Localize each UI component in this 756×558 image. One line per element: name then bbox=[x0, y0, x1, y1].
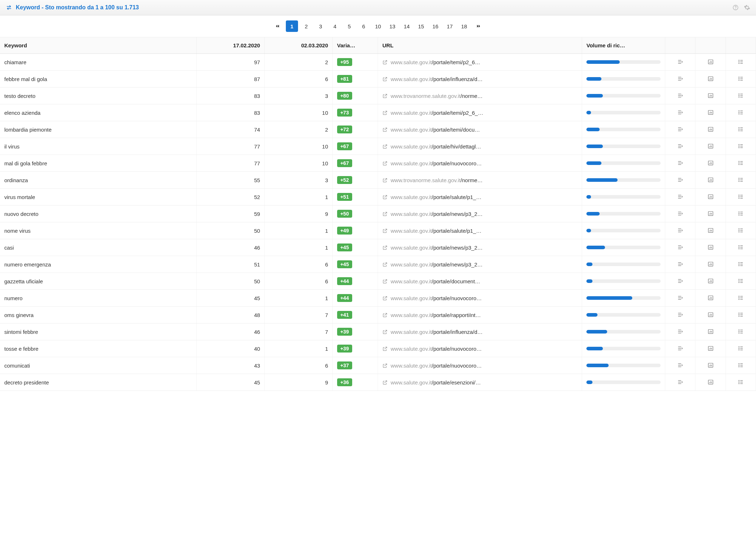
cell-action-serp[interactable] bbox=[665, 88, 695, 104]
cell-keyword[interactable]: nuovo decreto bbox=[0, 205, 197, 222]
cell-url[interactable]: www.trovanorme.salute.gov.it/norme… bbox=[378, 172, 582, 189]
external-link-icon[interactable] bbox=[382, 346, 388, 351]
external-link-icon[interactable] bbox=[382, 363, 388, 368]
external-link-icon[interactable] bbox=[382, 60, 388, 65]
cell-action-chart[interactable] bbox=[695, 138, 726, 155]
col-keyword[interactable]: Keyword bbox=[0, 37, 197, 54]
external-link-icon[interactable] bbox=[382, 144, 388, 149]
col-date1[interactable]: 17.02.2020 bbox=[197, 37, 265, 54]
cell-action-serp[interactable] bbox=[665, 290, 695, 307]
cell-action-chart[interactable] bbox=[695, 256, 726, 273]
page-4[interactable]: 4 bbox=[329, 20, 341, 32]
external-link-icon[interactable] bbox=[382, 211, 388, 217]
external-link-icon[interactable] bbox=[382, 228, 388, 233]
cell-keyword[interactable]: mal di gola febbre bbox=[0, 155, 197, 172]
cell-keyword[interactable]: numero emergenza bbox=[0, 256, 197, 273]
gear-icon[interactable] bbox=[744, 4, 750, 11]
cell-action-list[interactable] bbox=[726, 121, 756, 138]
cell-action-list[interactable] bbox=[726, 273, 756, 290]
cell-url[interactable]: www.salute.gov.it/portale/temi/docu… bbox=[378, 121, 582, 138]
cell-action-list[interactable] bbox=[726, 290, 756, 307]
cell-url[interactable]: www.salute.gov.it/portale/nuovocoro… bbox=[378, 155, 582, 172]
cell-action-serp[interactable] bbox=[665, 54, 695, 71]
external-link-icon[interactable] bbox=[382, 161, 388, 166]
cell-action-chart[interactable] bbox=[695, 323, 726, 340]
cell-keyword[interactable]: oms ginevra bbox=[0, 307, 197, 323]
cell-action-list[interactable] bbox=[726, 256, 756, 273]
cell-action-chart[interactable] bbox=[695, 121, 726, 138]
cell-url[interactable]: www.salute.gov.it/portale/document… bbox=[378, 273, 582, 290]
cell-keyword[interactable]: testo decreto bbox=[0, 88, 197, 104]
page-6[interactable]: 6 bbox=[358, 20, 370, 32]
cell-keyword[interactable]: elenco azienda bbox=[0, 104, 197, 121]
cell-action-list[interactable] bbox=[726, 71, 756, 88]
external-link-icon[interactable] bbox=[382, 76, 388, 82]
page-3[interactable]: 3 bbox=[315, 20, 327, 32]
cell-keyword[interactable]: il virus bbox=[0, 138, 197, 155]
cell-action-chart[interactable] bbox=[695, 374, 726, 391]
cell-action-serp[interactable] bbox=[665, 222, 695, 239]
cell-keyword[interactable]: decreto presidente bbox=[0, 374, 197, 391]
col-date2[interactable]: 02.03.2020 bbox=[265, 37, 333, 54]
cell-action-list[interactable] bbox=[726, 323, 756, 340]
cell-keyword[interactable]: ordinanza bbox=[0, 172, 197, 189]
cell-url[interactable]: www.salute.gov.it/portale/hiv/dettagl… bbox=[378, 138, 582, 155]
cell-action-chart[interactable] bbox=[695, 290, 726, 307]
cell-action-serp[interactable] bbox=[665, 71, 695, 88]
cell-action-serp[interactable] bbox=[665, 104, 695, 121]
cell-action-chart[interactable] bbox=[695, 104, 726, 121]
cell-action-serp[interactable] bbox=[665, 323, 695, 340]
cell-url[interactable]: www.salute.gov.it/portale/salute/p1_… bbox=[378, 189, 582, 205]
cell-action-chart[interactable] bbox=[695, 273, 726, 290]
cell-action-chart[interactable] bbox=[695, 222, 726, 239]
page-15[interactable]: 15 bbox=[415, 20, 427, 32]
col-url[interactable]: URL bbox=[378, 37, 582, 54]
cell-action-list[interactable] bbox=[726, 374, 756, 391]
external-link-icon[interactable] bbox=[382, 245, 388, 250]
cell-keyword[interactable]: nome virus bbox=[0, 222, 197, 239]
cell-action-list[interactable] bbox=[726, 189, 756, 205]
cell-url[interactable]: www.salute.gov.it/portale/news/p3_2… bbox=[378, 205, 582, 222]
cell-action-serp[interactable] bbox=[665, 121, 695, 138]
cell-keyword[interactable]: chiamare bbox=[0, 54, 197, 71]
cell-url[interactable]: www.salute.gov.it/portale/temi/p2_6… bbox=[378, 54, 582, 71]
page-13[interactable]: 13 bbox=[386, 20, 398, 32]
page-17[interactable]: 17 bbox=[444, 20, 456, 32]
cell-action-list[interactable] bbox=[726, 54, 756, 71]
external-link-icon[interactable] bbox=[382, 194, 388, 200]
cell-keyword[interactable]: gazzetta uficiale bbox=[0, 273, 197, 290]
cell-action-list[interactable] bbox=[726, 138, 756, 155]
cell-action-chart[interactable] bbox=[695, 54, 726, 71]
cell-action-serp[interactable] bbox=[665, 138, 695, 155]
external-link-icon[interactable] bbox=[382, 279, 388, 284]
cell-action-list[interactable] bbox=[726, 172, 756, 189]
cell-url[interactable]: www.salute.gov.it/portale/news/p3_2… bbox=[378, 256, 582, 273]
cell-action-chart[interactable] bbox=[695, 71, 726, 88]
cell-action-serp[interactable] bbox=[665, 205, 695, 222]
cell-keyword[interactable]: tosse e febbre bbox=[0, 340, 197, 357]
cell-action-chart[interactable] bbox=[695, 239, 726, 256]
cell-action-list[interactable] bbox=[726, 88, 756, 104]
cell-action-list[interactable] bbox=[726, 307, 756, 323]
cell-action-chart[interactable] bbox=[695, 357, 726, 374]
cell-action-serp[interactable] bbox=[665, 189, 695, 205]
cell-url[interactable]: www.salute.gov.it/portale/salute/p1_… bbox=[378, 222, 582, 239]
cell-action-serp[interactable] bbox=[665, 273, 695, 290]
page-5[interactable]: 5 bbox=[343, 20, 355, 32]
cell-action-serp[interactable] bbox=[665, 239, 695, 256]
cell-action-chart[interactable] bbox=[695, 205, 726, 222]
cell-action-list[interactable] bbox=[726, 340, 756, 357]
cell-url[interactable]: www.salute.gov.it/portale/nuovocoro… bbox=[378, 290, 582, 307]
external-link-icon[interactable] bbox=[382, 110, 388, 115]
cell-action-serp[interactable] bbox=[665, 256, 695, 273]
cell-action-list[interactable] bbox=[726, 222, 756, 239]
external-link-icon[interactable] bbox=[382, 380, 388, 385]
page-10[interactable]: 10 bbox=[372, 20, 384, 32]
external-link-icon[interactable] bbox=[382, 329, 388, 335]
cell-keyword[interactable]: casi bbox=[0, 239, 197, 256]
page-18[interactable]: 18 bbox=[458, 20, 470, 32]
cell-action-list[interactable] bbox=[726, 155, 756, 172]
cell-action-chart[interactable] bbox=[695, 189, 726, 205]
cell-action-chart[interactable] bbox=[695, 307, 726, 323]
external-link-icon[interactable] bbox=[382, 93, 388, 99]
